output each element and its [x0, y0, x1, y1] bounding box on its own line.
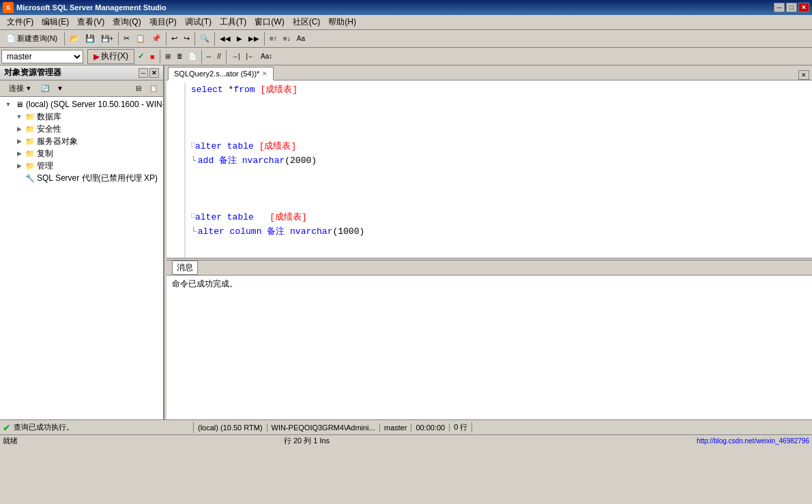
tree-expand-replication: ▶ [14, 148, 25, 159]
menu-community[interactable]: 社区(C) [289, 15, 325, 29]
main-layout: 对象资源管理器 ─ ✕ 连接 ▾ 🔄 ▼ ⊟ 📋 ▼ 🖥 (local) (SQ… [0, 65, 812, 419]
sql-line-empty-2 [172, 168, 807, 211]
btn3[interactable]: ▶▶ [246, 31, 262, 46]
panel-close-button[interactable]: ✕ [149, 68, 159, 78]
messages-tab-label[interactable]: 消息 [172, 261, 198, 275]
sql-line-4: └add 备注 nvarchar(2000) [172, 154, 807, 168]
menu-edit[interactable]: 编辑(E) [38, 15, 73, 29]
close-button[interactable]: ✕ [798, 3, 809, 12]
sql-editor-tab[interactable]: SQLQuery2.s...ator (54))* ✕ [168, 67, 274, 80]
find-button[interactable]: 🔍 [197, 31, 212, 46]
status-server-label: (local) (10.50 RTM) [198, 424, 263, 432]
tree-expand-security: ▶ [14, 123, 25, 134]
status-left: ✔ 查询已成功执行。 [3, 422, 194, 433]
menu-debug[interactable]: 调试(T) [181, 15, 216, 29]
format-btn1[interactable]: ≡↑ [267, 31, 280, 46]
maximize-button[interactable]: □ [786, 3, 797, 12]
status-bar: ✔ 查询已成功执行。 (local) (10.50 RTM) WIN-PEQOI… [0, 419, 812, 434]
tree-expand-server: ▼ [3, 99, 14, 110]
cancel-query-button[interactable]: ■ [147, 49, 158, 64]
database-selector[interactable]: master [1, 50, 83, 63]
menu-file[interactable]: 文件(F) [3, 15, 38, 29]
tree-item-databases[interactable]: ▼ 📁 数据库 [1, 110, 162, 123]
comment-btn[interactable]: -- [204, 49, 214, 64]
new-query-button[interactable]: 📄 新建查询(N) [1, 31, 62, 46]
cancel-query-icon: ■ [150, 53, 155, 61]
separator-q3 [226, 50, 227, 63]
menu-help[interactable]: 帮助(H) [324, 15, 360, 29]
line-gutter-e3 [172, 239, 186, 258]
menu-tools[interactable]: 工具(T) [216, 15, 250, 29]
open-button[interactable]: 📂 [67, 31, 82, 46]
menu-bar: 文件(F) 编辑(E) 查看(V) 查询(Q) 项目(P) 调试(T) 工具(T… [0, 15, 812, 30]
status-login-label: WIN-PEQOIQ3GRM4\Admini... [272, 424, 375, 432]
collapse-button[interactable]: ⊟ [132, 83, 145, 95]
parse-button[interactable]: ✓ [135, 49, 147, 64]
tree-expand-sql-agent: ▶ [14, 173, 25, 183]
tree-item-management[interactable]: ▶ 📁 管理 [1, 160, 162, 172]
panel-controls: ─ ✕ [139, 68, 159, 78]
open-icon: 📂 [70, 34, 79, 43]
identifier-2: [成绩表] [259, 140, 297, 154]
messages-header: 消息 [166, 261, 812, 276]
icon3: ▶▶ [248, 35, 259, 42]
security-icon: 📁 [25, 123, 35, 134]
results-to-text-btn[interactable]: ≣ [174, 49, 185, 64]
btn1[interactable]: ◀◀ [217, 31, 233, 46]
tree-item-security[interactable]: ▶ 📁 安全性 [1, 123, 162, 135]
line-gutter-e2 [172, 168, 186, 211]
security-label: 安全性 [37, 123, 61, 135]
tree-item-server[interactable]: ▼ 🖥 (local) (SQL Server 10.50.1600 - WIN… [1, 98, 162, 110]
paste-button[interactable]: 📌 [149, 31, 164, 46]
toolbar-2: master ▶ 执行(X) ✓ ■ ⊞ ≣ 📄 -- // →| |← Aa↕ [0, 48, 812, 65]
tab-close-button[interactable]: ✕ [262, 70, 267, 77]
status-right: (local) (10.50 RTM) WIN-PEQOIQ3GRM4\Admi… [194, 422, 809, 432]
menu-query[interactable]: 查询(Q) [108, 15, 145, 29]
filter-button[interactable]: ▼ [53, 83, 67, 95]
outdent-btn[interactable]: |← [244, 49, 258, 64]
save-icon: 💾 [85, 34, 95, 43]
save-button[interactable]: 💾 [83, 31, 98, 46]
properties-button[interactable]: 📋 [147, 83, 160, 95]
title-bar: S Microsoft SQL Server Management Studio… [0, 0, 812, 15]
redo-button[interactable]: ↪ [181, 31, 192, 46]
status-server: (local) (10.50 RTM) [194, 424, 267, 432]
close-content-button[interactable]: ✕ [798, 70, 809, 80]
keyword-select-1: select [191, 83, 229, 98]
uncomment-btn[interactable]: // [214, 49, 224, 64]
menu-view[interactable]: 查看(V) [73, 15, 108, 29]
undo-button[interactable]: ↩ [169, 31, 180, 46]
icon2: ▶ [237, 35, 242, 42]
cut-button[interactable]: ✂ [121, 31, 132, 46]
tab-bar: SQLQuery2.s...ator (54))* ✕ ✕ [166, 65, 812, 80]
results-text-icon: ≣ [177, 53, 182, 60]
panel-pin-button[interactable]: ─ [139, 68, 148, 78]
server-label: (local) (SQL Server 10.50.1600 - WIN-P [26, 100, 163, 109]
text-paren-2: (1000) [332, 225, 364, 239]
format-btn2[interactable]: ≡↓ [280, 31, 293, 46]
text-paren-1: (2000) [285, 154, 317, 168]
parse-icon: ✓ [138, 52, 144, 61]
btn2[interactable]: ▶ [234, 31, 245, 46]
results-to-grid-btn[interactable]: ⊞ [162, 49, 173, 64]
tree-item-replication[interactable]: ▶ 📁 复制 [1, 147, 162, 160]
execute-button[interactable]: ▶ 执行(X) [87, 49, 134, 64]
save-all-button[interactable]: 💾+ [98, 31, 116, 46]
copy-button[interactable]: 📋 [133, 31, 148, 46]
sql-editor[interactable]: select *from [成绩表] □alter table [成绩表] └a… [166, 80, 812, 258]
menu-window[interactable]: 窗口(W) [250, 15, 288, 29]
tree-item-server-objects[interactable]: ▶ 📁 服务器对象 [1, 135, 162, 147]
format-btn3[interactable]: Aa [294, 31, 308, 46]
server-icon: 🖥 [14, 99, 25, 110]
new-query-icon: 📄 [6, 34, 16, 43]
indent-btn[interactable]: →| [229, 49, 243, 64]
refresh-button[interactable]: 🔄 [38, 83, 52, 95]
tree-item-sql-agent[interactable]: ▶ 🔧 SQL Server 代理(已禁用代理 XP) [1, 172, 162, 184]
results-to-file-btn[interactable]: 📄 [186, 49, 199, 64]
connect-button[interactable]: 连接 ▾ [3, 83, 37, 95]
messages-panel: 消息 命令已成功完成。 [166, 261, 812, 411]
keyword-alter-1: alter table [195, 140, 259, 154]
minimize-button[interactable]: ─ [774, 3, 785, 12]
menu-project[interactable]: 项目(P) [145, 15, 181, 29]
specify-values-btn[interactable]: Aa↕ [258, 49, 275, 64]
